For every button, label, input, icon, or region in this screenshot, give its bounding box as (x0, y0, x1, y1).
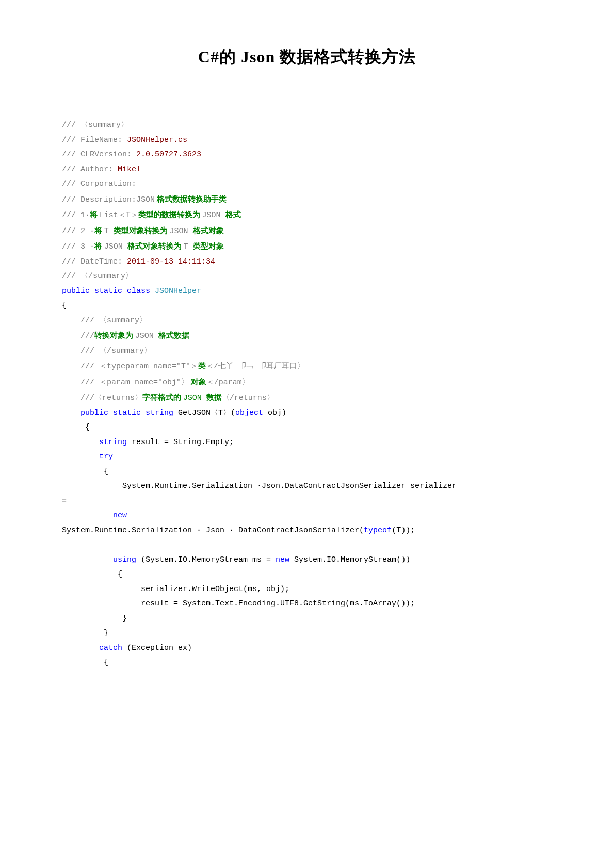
code-text: 2.0.50727.3623 (136, 150, 201, 159)
code-text: result = String.Empty; (132, 438, 234, 447)
code-text: param name (107, 378, 153, 387)
code-text: JSON (202, 211, 225, 220)
comment-line: /// 〈summary〉 (62, 316, 147, 325)
comment-cn: 格式对象 (193, 226, 224, 235)
code-text: ="obj"〉 (153, 378, 189, 387)
keyword: using (62, 555, 141, 564)
code-block: /// 〈summary〉 /// FileName: JSONHelper.c… (62, 104, 552, 670)
code-text: ＜/七丫 卩﹁ 卩耳厂耳口〉 (206, 362, 305, 371)
code-text: JSON (135, 332, 158, 340)
comment-line: /// 2 · (62, 227, 94, 236)
comment-cn: 将 (94, 242, 104, 250)
code-text: JSONHelper.cs (127, 136, 187, 144)
method-name: GetJSON〈T〉( (178, 408, 235, 417)
code-text: ="T"＞ (172, 362, 198, 371)
code-text: JSON (170, 227, 193, 236)
keyword: public (62, 408, 113, 417)
comment-line: /// 3 · (62, 242, 94, 251)
code-text: = (62, 497, 67, 505)
page-title: C#的 Json 数据格式转换方法 (62, 41, 552, 73)
code-text: JSON (104, 242, 127, 251)
code-text: System.Runtime.Serialization ·Json.DataC… (62, 482, 457, 490)
keyword: string (62, 438, 132, 447)
comment-cn: 类型的数据转换为 (138, 210, 202, 219)
comment-line: /// Author: (62, 165, 118, 174)
comment-cn: 字符格式的 (142, 393, 183, 401)
comment-line: /// 〈summary〉 (62, 121, 128, 129)
keyword: static (113, 408, 146, 417)
comment-cn: 类型对象转换为 (114, 226, 170, 235)
code-text: Mikel (118, 165, 141, 174)
code-text: T (104, 227, 114, 236)
keyword: new (62, 511, 127, 520)
keyword: catch (62, 644, 127, 652)
brace: { (62, 467, 108, 476)
code-text: typeparam name (107, 362, 172, 371)
keyword: object (235, 408, 268, 417)
code-text: obj) (268, 408, 286, 417)
comment-cn: 格式数据 (158, 331, 189, 339)
comment-cn: 格式 (225, 210, 241, 219)
code-text: (T)); (392, 526, 415, 535)
code-text: ＜/param〉 (206, 378, 250, 387)
code-text: System.Runtime.Serialization · Json · Da… (62, 526, 364, 535)
keyword: static (94, 287, 127, 296)
comment-cn: 格式对象转换为 (127, 242, 184, 250)
comment-line: ///〈returns〉 (62, 394, 142, 402)
comment-line: /// Corporation: (62, 179, 136, 188)
comment-line: /// 1· (62, 211, 90, 220)
class-name: JSONHelper (155, 287, 201, 296)
keyword: new (276, 555, 294, 564)
code-text: (Exception ex) (127, 644, 192, 652)
comment-line: /// (62, 332, 94, 340)
comment-line: /// ＜ (62, 362, 107, 371)
brace: } (62, 629, 108, 637)
comment-line: /// Description:JSON (62, 195, 155, 204)
code-text: serializer.WriteObject(ms, obj); (62, 585, 289, 594)
keyword: string (146, 408, 178, 417)
code-text: 〈/returns〉 (222, 394, 274, 402)
comment-line: /// CLRVersion: (62, 150, 136, 159)
brace: { (62, 301, 67, 310)
comment-line: /// 〈/summary〉 (62, 272, 133, 281)
code-text: result = System.Text.Encoding.UTF8.GetSt… (62, 599, 415, 608)
brace: } (62, 614, 127, 623)
comment-cn: 将 (94, 226, 104, 235)
code-text: List＜T＞ (100, 211, 138, 220)
keyword: public (62, 287, 94, 296)
code-text: System.IO.MemoryStream()) (294, 555, 410, 564)
code-text: (System.IO.MemoryStream ms = (141, 555, 276, 564)
brace: { (62, 658, 108, 667)
comment-cn: 数据 (206, 393, 222, 401)
brace: { (62, 570, 122, 579)
comment-line: /// DateTime: (62, 257, 127, 266)
keyword: typeof (364, 526, 392, 535)
code-text: T (184, 242, 193, 251)
comment-cn: 将 (90, 210, 100, 219)
comment-cn: 格式数据转换助手类 (155, 195, 227, 203)
brace: { (62, 423, 90, 432)
comment-cn: 类 (198, 362, 206, 370)
keyword: class (127, 287, 155, 296)
comment-cn: 转换对象为 (94, 331, 135, 339)
comment-line: /// 〈/summary〉 (62, 347, 152, 355)
comment-cn: 类型对象 (193, 242, 224, 250)
comment-line: /// ＜ (62, 378, 107, 387)
code-text: JSON (183, 394, 206, 402)
code-text: 2011-09-13 14:11:34 (127, 257, 215, 266)
comment-line: /// FileName: (62, 136, 127, 144)
comment-cn: 对象 (189, 378, 206, 386)
keyword: try (62, 452, 113, 461)
